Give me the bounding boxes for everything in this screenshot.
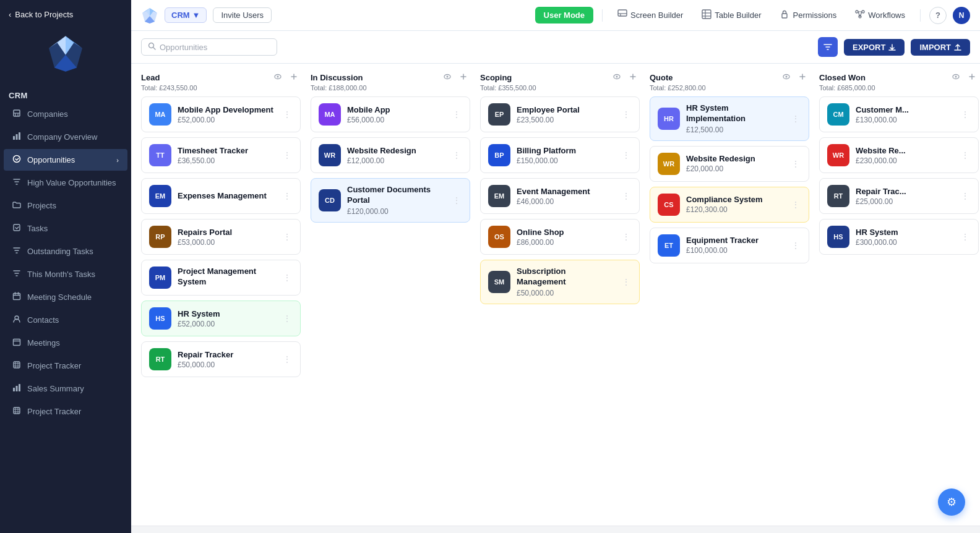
card-menu-button[interactable]: ⋮ (621, 276, 632, 288)
kanban-card[interactable]: TTTimesheet Tracker£36,550.00⋮ (141, 137, 301, 173)
card-menu-button[interactable]: ⋮ (282, 353, 293, 365)
card-menu-button[interactable]: ⋮ (790, 158, 801, 170)
column-eye-lead[interactable] (271, 71, 285, 84)
card-menu-button[interactable]: ⋮ (282, 190, 293, 202)
search-input[interactable]: Opportunities (141, 38, 277, 56)
sidebar-item-contacts[interactable]: Contacts (4, 309, 127, 331)
card-menu-button[interactable]: ⋮ (621, 108, 632, 121)
kanban-card[interactable]: RTRepair Tracker£50,000.00⋮ (141, 341, 301, 377)
sidebar-item-high-value[interactable]: High Value Opportunities (4, 172, 127, 194)
card-menu-button[interactable]: ⋮ (282, 231, 293, 243)
card-avatar: HS (827, 226, 849, 248)
kanban-card[interactable]: SMSubscription Management£50,000.00⋮ (480, 260, 640, 304)
kanban-card[interactable]: EMExpenses Management⋮ (141, 178, 301, 214)
column-add-closed-won[interactable] (965, 71, 979, 84)
card-info: Website Redesign£20,000.00 (686, 154, 784, 173)
kanban-card[interactable]: WRWebsite Redesign£20,000.00⋮ (650, 146, 809, 182)
column-eye-closed-won[interactable] (949, 71, 963, 84)
chevron-left-icon: ‹ (9, 10, 11, 19)
invite-users-button[interactable]: Invite Users (213, 7, 272, 23)
user-mode-button[interactable]: User Mode (535, 7, 593, 23)
card-menu-button[interactable]: ⋮ (790, 198, 801, 211)
sidebar-item-opportunities[interactable]: Opportunities › (4, 149, 127, 171)
card-name: Subscription Management (517, 266, 614, 288)
sidebar-item-company-overview[interactable]: Company Overview (4, 126, 127, 148)
sidebar-item-tasks[interactable]: Tasks (4, 218, 127, 239)
sidebar-item-this-month-tasks[interactable]: This Month's Tasks (4, 263, 127, 285)
card-avatar: PM (149, 266, 171, 289)
card-menu-button[interactable]: ⋮ (621, 190, 632, 202)
card-avatar: EM (149, 185, 171, 207)
card-menu-button[interactable]: ⋮ (960, 149, 971, 161)
card-menu-button[interactable]: ⋮ (451, 108, 462, 121)
card-menu-button[interactable]: ⋮ (282, 312, 293, 325)
kanban-card[interactable]: CDCustomer Documents Portal£120,000.00⋮ (311, 178, 470, 223)
card-menu-button[interactable]: ⋮ (790, 239, 801, 252)
sidebar-item-meetings[interactable]: Meetings (4, 332, 127, 354)
card-menu-button[interactable]: ⋮ (960, 108, 971, 121)
card-name: Equipment Tracker (686, 236, 784, 245)
kanban-card[interactable]: ETEquipment Tracker£100,000.00⋮ (650, 228, 809, 263)
column-add-scoping[interactable] (626, 71, 640, 84)
kanban-card[interactable]: OSOnline Shop£86,000.00⋮ (480, 219, 640, 255)
sidebar-item-projects[interactable]: Projects (4, 195, 127, 216)
kanban-card[interactable]: EMEvent Management£46,000.00⋮ (480, 178, 640, 214)
kanban-card[interactable]: PMProject Management System⋮ (141, 260, 301, 296)
kanban-card[interactable]: HSHR System£52,000.00⋮ (141, 301, 301, 336)
sidebar-item-sales-summary[interactable]: Sales Summary (4, 378, 127, 399)
kanban-card[interactable]: RTRepair Trac...£25,000.00⋮ (819, 178, 979, 214)
column-add-lead[interactable] (287, 71, 301, 84)
help-button[interactable]: ? (929, 7, 947, 24)
kanban-card[interactable]: HSHR System£300,000.00⋮ (819, 219, 979, 255)
sidebar-item-project-tracker2[interactable]: Project Tracker (4, 401, 127, 422)
kanban-card[interactable]: WRWebsite Re...£230,000.00⋮ (819, 137, 979, 173)
column-add-in-discussion[interactable] (457, 71, 470, 84)
back-to-projects[interactable]: ‹ Back to Projects (0, 0, 131, 25)
export-button[interactable]: EXPORT (844, 39, 905, 56)
card-menu-button[interactable]: ⋮ (960, 190, 971, 202)
horizontal-scrollbar[interactable] (131, 526, 980, 533)
card-menu-button[interactable]: ⋮ (282, 108, 293, 121)
sidebar-item-companies[interactable]: Companies (4, 103, 127, 125)
user-avatar[interactable]: N (953, 7, 970, 24)
column-add-quote[interactable] (796, 71, 809, 84)
svg-rect-21 (13, 388, 15, 391)
card-menu-button[interactable]: ⋮ (960, 231, 971, 243)
card-menu-button[interactable]: ⋮ (621, 231, 632, 243)
kanban-card[interactable]: HRHR System Implementation£12,500.00⋮ (650, 96, 809, 141)
sidebar-item-meeting-schedule[interactable]: Meeting Schedule (4, 286, 127, 308)
kanban-card[interactable]: MAMobile App£56,000.00⋮ (311, 96, 470, 132)
card-menu-button[interactable]: ⋮ (282, 271, 293, 284)
kanban-card[interactable]: CSCompliance System£120,300.00⋮ (650, 187, 809, 223)
card-value: £150,000.00 (517, 156, 614, 165)
sidebar-item-project-tracker[interactable]: Project Tracker (4, 355, 127, 377)
sidebar-item-outstanding-tasks[interactable]: Outstanding Tasks (4, 241, 127, 262)
kanban-card[interactable]: MAMobile App Development£52,000.00⋮ (141, 96, 301, 132)
permissions-button[interactable]: Permissions (773, 6, 843, 24)
kanban-card[interactable]: RPRepairs Portal£53,000.00⋮ (141, 219, 301, 255)
column-eye-scoping[interactable] (610, 71, 624, 84)
screen-builder-button[interactable]: Screen Builder (611, 6, 689, 24)
settings-fab[interactable]: ⚙ (938, 488, 965, 516)
crm-dropdown[interactable]: CRM ▼ (165, 7, 207, 23)
card-menu-button[interactable]: ⋮ (790, 113, 801, 125)
workflows-button[interactable]: Workflows (849, 6, 911, 24)
card-menu-button[interactable]: ⋮ (621, 149, 632, 161)
card-menu-button[interactable]: ⋮ (282, 149, 293, 161)
card-info: Compliance System£120,300.00 (686, 195, 784, 214)
import-button[interactable]: IMPORT (911, 39, 970, 56)
column-eye-quote[interactable] (780, 71, 793, 84)
kanban-column-scoping: ScopingTotal: £355,500.00EPEmployee Port… (480, 71, 640, 304)
card-info: HR System£52,000.00 (178, 309, 275, 328)
kanban-card[interactable]: CMCustomer M...£130,000.00⋮ (819, 96, 979, 132)
kanban-card[interactable]: WRWebsite Redesign£12,000.00⋮ (311, 137, 470, 173)
topbar: CRM ▼ Invite Users User Mode Screen Buil… (131, 0, 980, 31)
outstanding-filter-icon (12, 246, 21, 257)
kanban-card[interactable]: EPEmployee Portal£23,500.00⋮ (480, 96, 640, 132)
card-menu-button[interactable]: ⋮ (451, 194, 462, 207)
table-builder-button[interactable]: Table Builder (695, 6, 767, 24)
column-eye-in-discussion[interactable] (441, 71, 454, 84)
filter-button[interactable] (818, 37, 838, 57)
card-menu-button[interactable]: ⋮ (451, 149, 462, 161)
kanban-card[interactable]: BPBilling Platform£150,000.00⋮ (480, 137, 640, 173)
